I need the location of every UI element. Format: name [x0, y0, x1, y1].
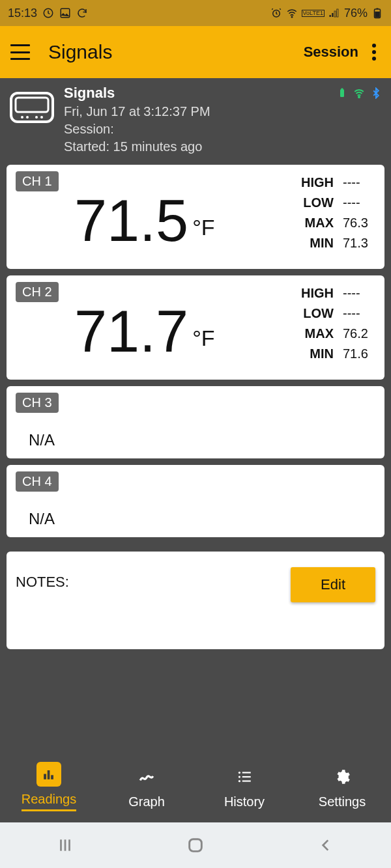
- image-icon: [59, 7, 71, 19]
- nav-readings[interactable]: Readings: [0, 762, 98, 811]
- channel-stats: HIGH---- LOW---- MAX76.2 MIN71.6: [301, 283, 374, 364]
- svg-point-16: [40, 116, 43, 119]
- channel-stats: HIGH---- LOW---- MAX76.3 MIN71.3: [301, 173, 374, 253]
- channel-cards: CH 1 71.5 °F HIGH---- LOW---- MAX76.3 MI…: [0, 165, 391, 649]
- app-title: Signals: [48, 41, 112, 63]
- wifi-status-icon: [353, 87, 365, 99]
- battery-percent: 76%: [344, 7, 368, 20]
- svg-point-3: [291, 16, 293, 18]
- nav-graph[interactable]: Graph: [98, 764, 195, 809]
- svg-rect-7: [337, 9, 338, 17]
- svg-rect-17: [340, 89, 344, 97]
- wifi-icon: [286, 7, 298, 19]
- device-started: Started: 15 minutes ago: [64, 139, 210, 154]
- svg-point-19: [358, 96, 360, 98]
- svg-rect-18: [341, 89, 343, 90]
- svg-point-14: [26, 116, 29, 119]
- status-time: 15:13: [8, 7, 37, 20]
- back-button[interactable]: [313, 832, 339, 858]
- whatsapp-icon: [42, 7, 54, 19]
- channel-badge: CH 1: [16, 171, 59, 191]
- device-session: Session:: [64, 122, 210, 137]
- svg-rect-12: [16, 98, 48, 112]
- readings-icon: [42, 767, 56, 781]
- channel-card-4[interactable]: CH 4 N/A: [7, 465, 384, 537]
- channel-badge: CH 4: [16, 471, 59, 492]
- svg-rect-20: [44, 774, 46, 779]
- svg-rect-24: [242, 772, 251, 773]
- channel-badge: CH 3: [16, 393, 59, 413]
- svg-rect-26: [242, 776, 251, 777]
- channel-card-2[interactable]: CH 2 71.7 °F HIGH---- LOW---- MAX76.2 MI…: [7, 275, 384, 380]
- device-datetime: Fri, Jun 17 at 3:12:37 PM: [64, 104, 210, 119]
- app-bar: Signals Session: [0, 26, 391, 78]
- svg-point-25: [239, 776, 240, 777]
- svg-point-23: [239, 771, 240, 773]
- svg-rect-6: [334, 11, 336, 17]
- battery-icon: [371, 7, 383, 19]
- device-title: Signals: [64, 85, 210, 102]
- bluetooth-icon: [370, 87, 382, 99]
- channel-value: 71.5: [74, 191, 188, 250]
- nav-label: Graph: [128, 794, 165, 809]
- graph-icon: [138, 768, 155, 785]
- channel-badge: CH 2: [16, 282, 59, 302]
- settings-icon: [334, 768, 351, 785]
- nav-history[interactable]: History: [195, 764, 293, 809]
- nav-settings[interactable]: Settings: [293, 764, 391, 809]
- lte-icon: VoLTE1: [302, 10, 325, 17]
- channel-card-1[interactable]: CH 1 71.5 °F HIGH---- LOW---- MAX76.3 MI…: [7, 165, 384, 269]
- menu-icon[interactable]: [10, 44, 30, 60]
- svg-point-15: [35, 116, 38, 119]
- device-icon: [9, 91, 55, 127]
- battery-status-icon: [336, 87, 348, 99]
- home-button[interactable]: [182, 832, 209, 858]
- svg-rect-21: [48, 771, 50, 779]
- svg-point-27: [239, 779, 240, 781]
- channel-na: N/A: [29, 510, 375, 528]
- svg-rect-10: [377, 8, 379, 10]
- nav-label: Readings: [22, 792, 77, 811]
- device-info-header: Signals Fri, Jun 17 at 3:12:37 PM Sessio…: [0, 78, 391, 165]
- notes-card: NOTES: Edit: [7, 552, 384, 649]
- notes-label: NOTES:: [16, 574, 69, 591]
- edit-notes-button[interactable]: Edit: [291, 567, 375, 602]
- nav-label: History: [224, 794, 265, 809]
- svg-rect-9: [375, 12, 380, 18]
- svg-rect-28: [242, 780, 251, 781]
- status-bar: 15:13 VoLTE1 76%: [0, 0, 391, 26]
- nav-label: Settings: [319, 794, 366, 809]
- system-nav-bar: [0, 822, 391, 868]
- more-icon[interactable]: [368, 44, 381, 61]
- svg-rect-5: [332, 13, 333, 17]
- channel-unit: °F: [192, 215, 214, 240]
- svg-rect-32: [190, 839, 202, 852]
- recents-button[interactable]: [52, 832, 78, 858]
- svg-rect-22: [51, 776, 53, 779]
- channel-unit: °F: [192, 326, 214, 351]
- alarm-icon: [270, 7, 282, 19]
- channel-na: N/A: [29, 431, 375, 449]
- session-button[interactable]: Session: [304, 44, 358, 61]
- channel-value: 71.7: [74, 302, 188, 361]
- signal-icon: [328, 7, 340, 19]
- bottom-nav: Readings Graph History Settings: [0, 751, 391, 822]
- svg-point-13: [21, 116, 23, 119]
- history-icon: [236, 768, 253, 785]
- channel-card-3[interactable]: CH 3 N/A: [7, 386, 384, 458]
- svg-rect-4: [329, 15, 330, 17]
- sync-icon: [76, 7, 88, 19]
